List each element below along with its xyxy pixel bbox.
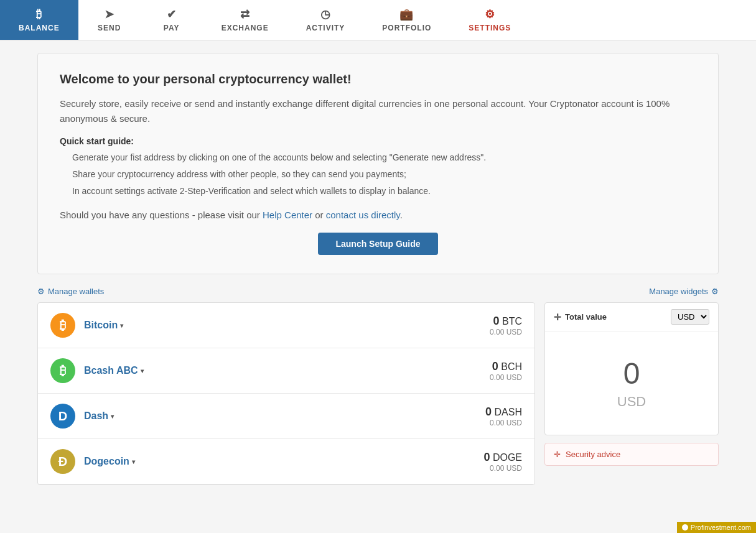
dogecoin-usd: 0.00 USD (483, 464, 522, 473)
bcash-icon: ₿ (50, 358, 75, 383)
wallet-item-dash[interactable]: D Dash ▾ 0 DASH 0.00 USD (38, 394, 534, 439)
bcash-name: Bcash ABC ▾ (84, 365, 144, 376)
settings-icon: ⚙ (485, 7, 495, 21)
bitcoin-dropdown-arrow: ▾ (120, 322, 123, 329)
bitcoin-name: Bitcoin ▾ (84, 320, 123, 331)
nav-activity[interactable]: ◷ ACTIVITY (287, 0, 364, 40)
bcash-balance: 0 BCH 0.00 USD (490, 360, 522, 382)
manage-row: ⚙ Manage wallets Manage widgets ⚙ (37, 287, 719, 296)
contact-text: Should you have any questions - please v… (60, 210, 263, 220)
manage-widgets-gear-icon: ⚙ (711, 287, 719, 296)
manage-widgets-link[interactable]: Manage widgets ⚙ (649, 287, 719, 296)
total-value-box: ✛ Total value USD EUR BTC 0 USD (544, 302, 719, 435)
dogecoin-symbol: DOGE (493, 452, 522, 463)
portfolio-icon: 💼 (399, 7, 414, 21)
launch-setup-button[interactable]: Launch Setup Guide (318, 233, 437, 255)
security-advice-label: Security advice (566, 450, 620, 459)
dash-name: Dash ▾ (84, 410, 114, 422)
nav-send-label: SEND (98, 24, 121, 32)
quick-start-step-3: In account settings activate 2-Step-Veri… (72, 185, 696, 198)
manage-wallets-link[interactable]: ⚙ Manage wallets (37, 287, 104, 296)
bcash-usd: 0.00 USD (490, 373, 522, 382)
dash-balance: 0 DASH 0.00 USD (485, 406, 522, 427)
activity-icon: ◷ (320, 7, 331, 21)
bcash-amount: 0 (492, 360, 498, 373)
quick-start-step-2: Share your cryptocurrency address with o… (72, 168, 696, 181)
dogecoin-name: Dogecoin ▾ (84, 456, 135, 467)
right-panel: ✛ Total value USD EUR BTC 0 USD ✛ Securi… (544, 302, 719, 485)
nav-pay-label: PAY (164, 24, 180, 32)
nav-balance-label: BALANCE (19, 24, 60, 32)
bitcoin-balance: 0 BTC 0.00 USD (490, 315, 522, 336)
bitcoin-symbol: BTC (502, 316, 522, 327)
exchange-icon: ⇄ (240, 7, 250, 21)
help-center-link[interactable]: Help Center (263, 210, 312, 220)
or-text: or (312, 210, 326, 220)
send-icon: ➤ (105, 7, 114, 21)
bitcoin-amount: 0 (493, 315, 500, 327)
navigation: ₿ BALANCE ➤ SEND ✔ PAY ⇄ EXCHANGE ◷ ACTI… (0, 0, 756, 40)
dash-dropdown-arrow: ▾ (111, 413, 114, 420)
two-col-layout: ₿ Bitcoin ▾ 0 BTC 0.00 USD ₿ Bcash ABC (37, 302, 719, 485)
manage-wallets-gear-icon: ⚙ (37, 287, 45, 296)
dogecoin-dropdown-arrow: ▾ (132, 458, 135, 465)
security-advice-icon: ✛ (554, 450, 561, 459)
dogecoin-balance: 0 DOGE 0.00 USD (483, 451, 522, 473)
manage-widgets-label: Manage widgets (649, 287, 708, 296)
wallets-panel: ₿ Bitcoin ▾ 0 BTC 0.00 USD ₿ Bcash ABC (37, 302, 535, 485)
bitcoin-icon: ₿ (50, 313, 75, 338)
nav-activity-label: ACTIVITY (306, 24, 345, 32)
dash-usd: 0.00 USD (485, 419, 522, 427)
total-currency: USD (558, 394, 706, 410)
total-value-body: 0 USD (545, 331, 718, 435)
welcome-title: Welcome to your personal cryptocurrency … (60, 72, 696, 86)
total-amount: 0 (558, 356, 706, 391)
dash-icon: D (50, 404, 75, 429)
contact-end: . (400, 210, 403, 220)
nav-balance[interactable]: ₿ BALANCE (0, 0, 78, 40)
nav-send[interactable]: ➤ SEND (78, 0, 141, 40)
wallet-item-dogecoin[interactable]: Ð Dogecoin ▾ 0 DOGE 0.00 USD (38, 439, 534, 484)
dogecoin-icon: Ð (50, 449, 75, 474)
quick-start-step-1: Generate your fist address by clicking o… (72, 151, 696, 164)
contact-us-link[interactable]: contact us directly (326, 210, 400, 220)
nav-exchange[interactable]: ⇄ EXCHANGE (203, 0, 287, 40)
contact-line: Should you have any questions - please v… (60, 208, 696, 223)
bitcoin-usd: 0.00 USD (490, 328, 522, 336)
dash-symbol: DASH (495, 407, 522, 417)
total-value-label: Total value (565, 312, 607, 322)
balance-icon: ₿ (36, 8, 42, 21)
nav-portfolio[interactable]: 💼 PORTFOLIO (363, 0, 450, 40)
nav-pay[interactable]: ✔ PAY (141, 0, 203, 40)
total-value-title: ✛ Total value (554, 312, 607, 322)
main-content: Welcome to your personal cryptocurrency … (0, 40, 756, 498)
dogecoin-amount: 0 (483, 451, 490, 463)
security-advice-box[interactable]: ✛ Security advice (544, 443, 719, 466)
quick-start-list: Generate your fist address by clicking o… (60, 151, 696, 198)
nav-exchange-label: EXCHANGE (222, 24, 269, 32)
wallet-item-bcash[interactable]: ₿ Bcash ABC ▾ 0 BCH 0.00 USD (38, 348, 534, 394)
bcash-dropdown-arrow: ▾ (141, 368, 144, 374)
total-value-header: ✛ Total value USD EUR BTC (545, 303, 718, 331)
wallet-item-bitcoin[interactable]: ₿ Bitcoin ▾ 0 BTC 0.00 USD (38, 303, 534, 348)
manage-wallets-label: Manage wallets (48, 287, 104, 296)
welcome-box: Welcome to your personal cryptocurrency … (37, 53, 719, 274)
nav-settings[interactable]: ⚙ SETTINGS (450, 0, 530, 40)
welcome-description: Securely store, easily receive or send a… (60, 96, 696, 126)
bcash-symbol: BCH (501, 361, 522, 372)
move-icon: ✛ (554, 312, 561, 322)
nav-portfolio-label: PORTFOLIO (382, 24, 431, 32)
pay-icon: ✔ (167, 7, 177, 21)
nav-settings-label: SETTINGS (469, 24, 511, 32)
currency-select[interactable]: USD EUR BTC (671, 309, 709, 325)
dash-amount: 0 (485, 406, 492, 418)
quick-start-title: Quick start guide: (60, 136, 696, 146)
